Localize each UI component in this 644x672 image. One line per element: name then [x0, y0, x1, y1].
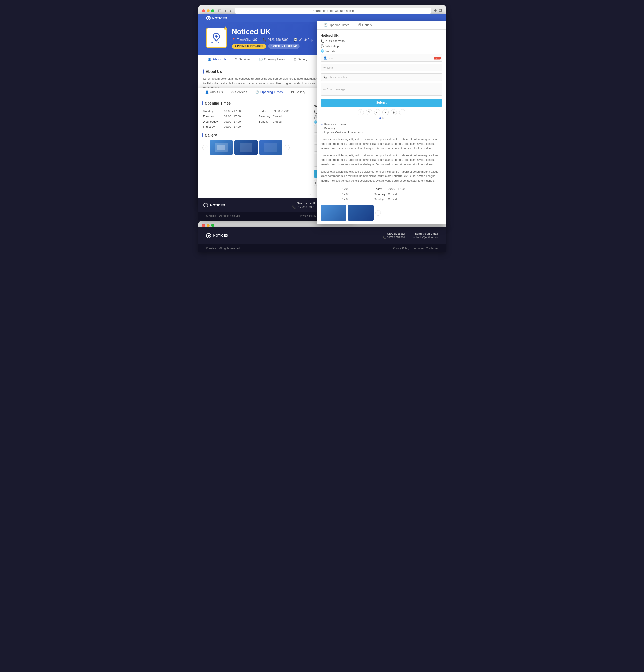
right-name-field[interactable]: 👤 Name REQ [320, 54, 442, 62]
b2-close[interactable] [202, 224, 205, 227]
tab-services[interactable]: ⚙ Services [231, 55, 255, 64]
right-message-field[interactable]: ✏ Your message [320, 83, 442, 96]
browser-window-2-wrapper: NOTICED Give us a call 📞 01772 659301 Se… [198, 221, 446, 252]
phone-icon: 📞 [263, 38, 266, 41]
gallery-next-button[interactable]: › [284, 145, 290, 151]
right-ig-icon[interactable]: ◉ [391, 109, 397, 115]
gallery-strip: ‹ [203, 140, 303, 155]
location-icon: 📍 [232, 38, 236, 41]
right-tt-icon[interactable]: ♪ [399, 109, 405, 115]
right-gallery-next[interactable]: › [375, 210, 381, 216]
right-phone[interactable]: 📞 0123 456 7890 [320, 39, 442, 43]
overlay-call-val: 📞 01772 659301 [292, 205, 315, 209]
tab-about-us[interactable]: 👤 About Us [204, 55, 231, 64]
right-dot-1 [379, 117, 381, 119]
right-arrow-4: → [320, 131, 323, 134]
table-row: Monday 09:00 - 17:00 Friday 09:00 - 17:0… [203, 109, 302, 113]
forward-button[interactable]: › [229, 8, 232, 14]
b2-logo-text: NOTICED [213, 233, 229, 237]
location-item: 📍 Town/City, N07 [232, 38, 258, 41]
whatsapp-item[interactable]: 💬 WhatsApp [293, 38, 313, 41]
gallery-prev-button[interactable]: ‹ [203, 145, 208, 151]
right-ot-day-fri: Friday [369, 187, 387, 191]
maximize-button[interactable] [211, 9, 214, 12]
right-overlay: 🕐 Opening Times 🖼 Gallery Noticed UK 📞 0… [317, 21, 446, 224]
tab-about-label: About Us [213, 58, 227, 61]
b2-call-num: 01772 659301 [387, 236, 405, 239]
tab-switcher-icon[interactable]: ⊟ [217, 8, 222, 14]
right-about-text-2: consectetur adipiscing elit, sed do eius… [320, 153, 442, 167]
b2-maximize[interactable] [211, 224, 214, 227]
right-phone-text: 0123 456 7890 [326, 40, 344, 43]
right-about-text-3: consectetur adipiscing elit, sed do eius… [320, 170, 442, 183]
premium-badge: ✦ PREMIUM PROVIDER [232, 44, 266, 49]
right-website-icon: 🌐 [320, 49, 324, 53]
right-opening-label: Opening Times [329, 23, 350, 27]
right-email-field[interactable]: ✉ Email [320, 64, 442, 71]
right-website[interactable]: 🌐 Website [320, 49, 442, 53]
b2-footer-logo: NOTICED [206, 233, 229, 238]
address-bar[interactable]: Search or enter website name [235, 8, 432, 14]
wednesday-hours: 09:00 - 17:00 [224, 119, 253, 124]
table-row: Tuesday 09:00 - 17:00 Saturday Closed [203, 114, 302, 119]
clock-icon: 🕐 [259, 58, 263, 61]
profile-logo-box: NOTICED [206, 28, 227, 48]
right-tab-gallery[interactable]: 🖼 Gallery [354, 21, 376, 30]
phone-item[interactable]: 📞 0123 456 7890 [263, 38, 288, 41]
b2-footer-contacts: Give us a call 📞 01772 659301 Send us an… [382, 232, 438, 239]
overlay-gallery-label: Gallery [295, 90, 305, 94]
saturday-label: Saturday [254, 114, 272, 119]
overlay-tab-opening[interactable]: 🕐 Opening Times [251, 88, 287, 97]
website-2: NOTICED Give us a call 📞 01772 659301 Se… [198, 227, 446, 252]
saturday-hours: Closed [273, 114, 302, 119]
right-tab-opening[interactable]: 🕐 Opening Times [319, 21, 354, 30]
right-email-icon: ✉ [324, 66, 326, 69]
services-icon: ⚙ [235, 58, 238, 61]
b2-email-item: Send us an email ✉ hello@noticed.uk [413, 232, 438, 239]
b2-call-item: Give us a call 📞 01772 659301 [382, 232, 405, 239]
right-whatsapp[interactable]: 💬 WhatsApp [320, 44, 442, 48]
overlay-clock-icon: 🕐 [255, 90, 259, 94]
right-gallery-thumb-1 [320, 205, 347, 221]
right-opening-table: 17:00 Friday 09:00 - 17:00 17:00 Saturda… [320, 186, 442, 202]
right-required: REQ [434, 57, 440, 59]
right-service-2: → Business Exposure [320, 122, 442, 126]
overlay-privacy-link[interactable]: Privacy Policy [300, 214, 316, 217]
right-phone-field[interactable]: 📞 Phone number [320, 73, 442, 81]
b2-copyright: © Noticed All rights reserved [206, 247, 240, 250]
back-button[interactable]: ‹ [224, 8, 227, 14]
minimize-button[interactable] [207, 9, 210, 12]
b2-minimize[interactable] [207, 224, 210, 227]
right-fb-icon[interactable]: f [358, 109, 364, 115]
right-yt-icon[interactable]: ▶ [382, 109, 389, 115]
b2-privacy[interactable]: Privacy Policy [393, 247, 409, 250]
new-tab-button[interactable]: + [434, 8, 437, 13]
right-tw-icon[interactable]: 𝕏 [366, 109, 372, 115]
overlay-tab-services[interactable]: ⚙ Services [227, 88, 251, 97]
tab-opening-times[interactable]: 🕐 Opening Times [255, 55, 289, 64]
share-button[interactable]: ⧉ [439, 8, 442, 13]
overlay-tab-gallery[interactable]: 🖼 Gallery [287, 88, 309, 97]
about-icon: 👤 [208, 58, 211, 61]
overlay-call-label: Give us a call [297, 202, 315, 205]
digital-badge-text: DIGITAL MARKETING [271, 45, 297, 48]
topbar-logo-text: NOTICED [212, 16, 228, 20]
overlay-about-icon: 👤 [205, 90, 209, 94]
friday-label: Friday [254, 109, 272, 113]
right-email-ph: Email [327, 66, 335, 69]
close-button[interactable] [202, 9, 205, 12]
right-about-text-1: consectetur adipiscing elit, sed do eius… [320, 137, 442, 151]
whatsapp-icon: 💬 [293, 38, 297, 41]
overlay-footer-logo: NOTICED [204, 203, 226, 207]
right-submit-btn[interactable]: Submit [320, 99, 442, 107]
right-svc-label-3: Directory [324, 127, 336, 130]
b2-email-val: ✉ hello@noticed.uk [413, 236, 438, 239]
overlay-tab-about[interactable]: 👤 About Us [201, 88, 227, 97]
right-service-3: → Directory [320, 126, 442, 130]
tab-gallery[interactable]: 🖼 Gallery [289, 55, 312, 64]
wednesday-label: Wednesday [203, 119, 223, 124]
b2-terms[interactable]: Terms and Conditions [413, 247, 438, 250]
right-li-icon[interactable]: in [374, 109, 380, 115]
gallery-thumb-1 [210, 140, 233, 155]
overlay-copyright: © Noticed All rights reserved [206, 214, 240, 217]
